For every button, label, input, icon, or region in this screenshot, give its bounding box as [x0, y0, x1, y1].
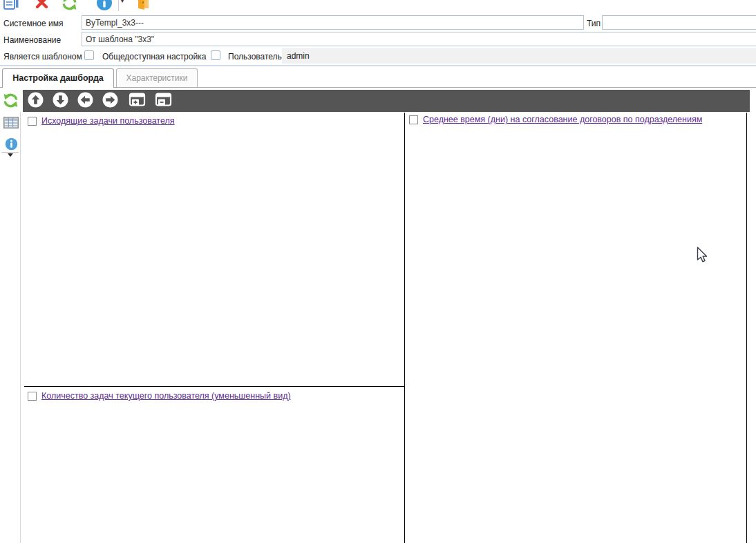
add-panel-icon[interactable]: [129, 93, 146, 109]
move-down-icon[interactable]: [53, 92, 68, 110]
panel-title-link[interactable]: Исходящие задачи пользователя: [41, 116, 175, 126]
panel-title-link[interactable]: Количество задач текущего пользователя (…: [41, 391, 291, 401]
system-name-label: Системное имя: [3, 19, 63, 28]
public-setting-checkbox[interactable]: [211, 50, 220, 60]
remove-panel-icon[interactable]: [155, 93, 172, 109]
name-input[interactable]: [82, 32, 756, 46]
dropdown-caret-icon[interactable]: ▾: [121, 0, 124, 4]
panel-vertical-divider[interactable]: [404, 113, 405, 543]
panel-checkbox[interactable]: [28, 392, 37, 401]
info-icon[interactable]: [5, 137, 18, 153]
panel-horizontal-divider[interactable]: [24, 386, 404, 387]
public-setting-label: Общедоступная настройка: [102, 52, 206, 61]
panel-average-time: Среднее время (дни) на согласование дого…: [409, 115, 702, 124]
tab-characteristics[interactable]: Характеристики: [116, 68, 198, 87]
sidebar-separator: [1, 152, 19, 153]
type-label: Тип: [587, 19, 601, 28]
info-icon[interactable]: [96, 0, 113, 11]
sidebar-border: [20, 112, 21, 543]
panel-checkbox[interactable]: [409, 115, 418, 124]
move-left-icon[interactable]: [77, 92, 93, 110]
is-template-label: Является шаблоном: [3, 52, 82, 61]
panel-task-count: Количество задач текущего пользователя (…: [28, 391, 291, 401]
collapse-caret-icon[interactable]: [8, 153, 13, 157]
toolbar-separator: [118, 0, 119, 11]
refresh-icon[interactable]: [2, 92, 19, 111]
move-up-icon[interactable]: [28, 92, 44, 110]
dashboard-toolbar: [23, 90, 750, 112]
main-toolbar: ▾: [0, 0, 756, 11]
system-name-input[interactable]: [82, 15, 584, 30]
tab-dashboard-settings[interactable]: Настройка дашборда: [2, 68, 114, 88]
panel-title-link[interactable]: Среднее время (дни) на согласование дого…: [423, 115, 702, 124]
user-value-field: admin: [282, 48, 756, 64]
type-input[interactable]: [602, 15, 756, 30]
panel-checkbox[interactable]: [28, 117, 37, 126]
user-label: Пользователь: [228, 52, 282, 61]
name-label: Наименование: [3, 35, 61, 45]
panel-outgoing-tasks: Исходящие задачи пользователя: [28, 116, 175, 126]
delete-icon[interactable]: [34, 0, 50, 11]
is-template-checkbox[interactable]: [84, 50, 94, 60]
move-right-icon[interactable]: [102, 92, 118, 110]
table-icon[interactable]: [3, 117, 19, 131]
form-separator: [0, 65, 756, 66]
exit-icon[interactable]: [135, 0, 151, 11]
mouse-cursor: [697, 247, 710, 267]
refresh-icon[interactable]: [61, 0, 78, 11]
panel-right-border[interactable]: [746, 113, 747, 543]
save-icon[interactable]: [3, 0, 19, 11]
